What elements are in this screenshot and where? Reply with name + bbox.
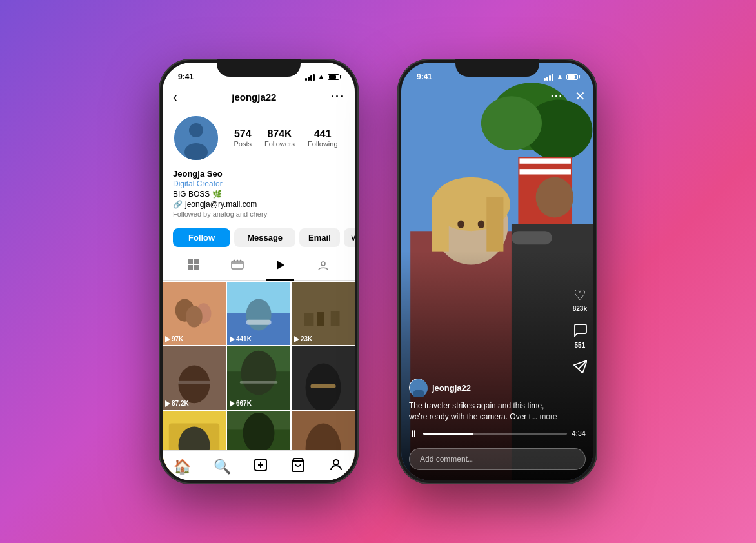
signal-icon-profile [305,73,315,81]
following-label: Following [308,140,337,148]
svg-rect-68 [519,169,570,174]
svg-point-39 [241,351,277,395]
like-action[interactable]: ♡ 823k [573,287,587,312]
svg-rect-4 [194,259,199,264]
progress-time: 4:34 [572,429,586,437]
svg-point-78 [536,177,574,218]
stat-following: 441 Following [308,128,337,148]
video-username: jeongja22 [432,383,471,393]
followers-count: 874K [264,128,295,140]
phone-screen-profile: 9:41 ▲ [163,63,355,480]
svg-rect-36 [179,381,210,384]
video-side-actions: ♡ 823k 551 [573,287,587,377]
comment-input[interactable]: Add comment... [409,448,586,470]
svg-marker-12 [277,261,284,270]
svg-point-52 [243,413,275,453]
like-count: 823k [573,305,587,312]
profile-header: ‹ jeongja22 ··· [163,87,355,110]
followers-label: Followers [264,140,295,148]
message-button[interactable]: Message [234,228,295,247]
svg-point-75 [457,221,464,229]
svg-point-23 [246,299,271,330]
nav-profile-icon[interactable] [328,457,344,477]
progress-track[interactable] [423,433,567,435]
status-bar-video: 9:41 ▲ [401,63,593,87]
svg-rect-74 [486,197,503,252]
share-icon [573,359,587,377]
video-overlay [401,251,593,480]
video-progress: ⏸ 4:34 [409,428,586,439]
caption-more[interactable]: more [539,412,557,421]
comment-icon [573,322,587,341]
svg-rect-3 [188,259,193,264]
content-tabs [163,253,355,281]
svg-rect-73 [432,197,449,252]
svg-rect-32 [331,311,340,326]
progress-fill [423,433,473,435]
phones-container: 9:41 ▲ [159,59,597,484]
grid-item-1[interactable]: 97K [163,282,226,345]
status-icons-video: ▲ [544,72,578,81]
video-close-button[interactable]: ✕ [575,90,586,103]
back-button[interactable]: ‹ [173,90,177,104]
grid-item-2[interactable]: 441K [227,282,290,345]
bottom-nav: 🏠 🔍 [163,450,355,480]
email-icon: 🔗 [173,200,183,209]
grid-item-6[interactable] [292,346,355,410]
svg-point-61 [333,460,339,465]
video-more-dots[interactable]: ··· [551,90,563,102]
posts-count: 574 [234,128,252,140]
nav-search-icon[interactable]: 🔍 [214,459,231,475]
tab-reels-alt[interactable] [223,253,252,280]
grid-item-5[interactable]: 667K [227,346,290,410]
battery-icon-video [566,74,578,80]
more-options-button[interactable]: ··· [331,90,344,104]
wifi-icon-video: ▲ [556,72,564,81]
share-action[interactable] [573,359,587,377]
grid-item-4[interactable]: 87.2K [163,346,226,410]
grid-item-3[interactable]: 23K [292,282,355,345]
email-text: jeongja@ry.mail.com [185,200,257,209]
svg-rect-25 [246,320,271,325]
nav-create-icon[interactable] [253,457,268,477]
svg-point-11 [239,260,241,262]
like-icon: ♡ [573,287,586,304]
tab-grid[interactable] [180,253,208,280]
svg-rect-79 [512,231,552,244]
svg-rect-6 [194,265,199,270]
svg-rect-7 [232,261,243,269]
grid-count-5: 667K [230,400,252,407]
photo-grid: 97K 441K [163,282,355,474]
action-buttons: Follow Message Email ∨ [163,228,355,253]
svg-rect-67 [519,158,570,163]
svg-point-19 [186,306,202,327]
svg-point-76 [478,221,484,229]
status-time-profile: 9:41 [178,72,194,81]
phone-screen-video: 9:41 ▲ [401,63,593,480]
follow-button[interactable]: Follow [173,228,230,247]
phone-profile: 9:41 ▲ [159,59,359,484]
status-time-video: 9:41 [417,72,432,81]
grid-count-2: 441K [230,335,252,342]
profile-bio: Jeongja Seo Digital Creator BIG BOSS 🌿 🔗… [163,166,355,228]
tab-tagged[interactable] [309,253,337,280]
comment-action[interactable]: 551 [573,322,587,349]
svg-rect-5 [188,265,193,270]
stat-followers: 874K Followers [264,128,295,148]
avatar-image [174,116,218,160]
svg-point-1 [189,123,203,137]
nav-shop-icon[interactable] [290,457,306,477]
status-icons-profile: ▲ [305,72,339,81]
email-button[interactable]: Email [299,228,340,247]
svg-rect-31 [317,312,324,326]
phone-notch [217,59,301,77]
bio-email: 🔗 jeongja@ry.mail.com [173,200,344,209]
pause-button[interactable]: ⏸ [409,428,418,439]
svg-rect-30 [304,313,314,326]
dropdown-button[interactable]: ∨ [344,228,355,247]
tab-reels[interactable] [266,253,294,280]
grid-count-4: 87.2K [165,400,189,407]
avatar [173,115,219,161]
posts-label: Posts [234,140,252,148]
nav-home-icon[interactable]: 🏠 [174,459,191,475]
